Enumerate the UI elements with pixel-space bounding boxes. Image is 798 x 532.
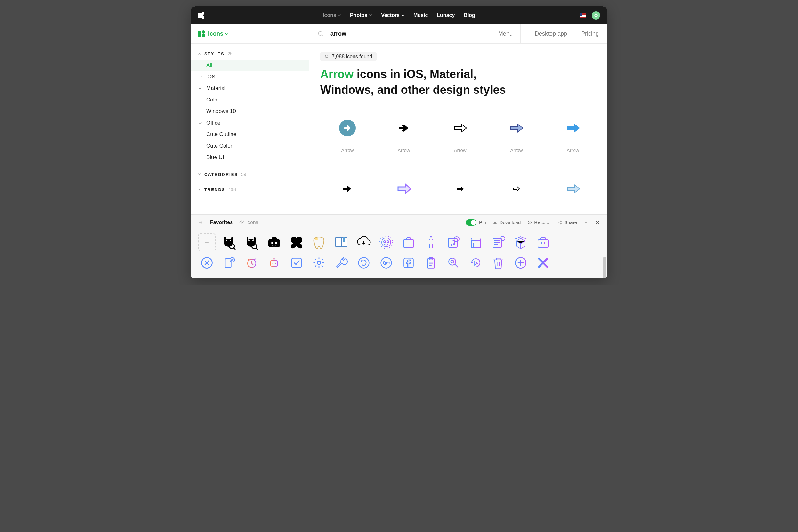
svg-rect-22 xyxy=(342,237,345,242)
app-logo-icon[interactable] xyxy=(198,13,203,18)
style-windows10[interactable]: Windows 10 xyxy=(191,106,309,117)
style-office[interactable]: Office xyxy=(191,117,309,129)
fav-news-alert-icon[interactable] xyxy=(489,233,507,251)
nav-blog[interactable]: Blog xyxy=(464,13,475,18)
style-all[interactable]: All xyxy=(191,59,309,71)
icon-card-arrow[interactable]: Arrow xyxy=(320,114,375,171)
svg-rect-36 xyxy=(493,239,501,247)
result-count: 7,088 icons found xyxy=(320,52,376,61)
fav-add-circle-icon[interactable] xyxy=(512,254,530,272)
fav-butterfly-icon[interactable] xyxy=(287,233,305,251)
topbar: Menu Desktop app Pricing xyxy=(309,24,607,43)
recolor-button[interactable]: Recolor xyxy=(527,220,551,225)
style-cute-outline[interactable]: Cute Outline xyxy=(191,129,309,140)
back-arrow-icon[interactable] xyxy=(198,220,204,225)
download-button[interactable]: Download xyxy=(493,220,521,225)
svg-point-33 xyxy=(453,244,455,245)
fav-person-icon[interactable] xyxy=(422,233,440,251)
fav-cancel-circle-icon[interactable] xyxy=(198,254,216,272)
svg-point-3 xyxy=(528,221,532,224)
fav-zoom-icon[interactable] xyxy=(444,254,462,272)
share-button[interactable]: Share xyxy=(557,220,577,225)
fav-briefcase-icon[interactable] xyxy=(400,233,417,251)
fav-cat-search-icon[interactable] xyxy=(243,233,261,251)
fav-toolbox-icon[interactable] xyxy=(534,233,552,251)
section-trends[interactable]: TRENDS 198 xyxy=(191,183,309,195)
pin-toggle[interactable]: Pin xyxy=(466,219,486,226)
fav-music-album-icon[interactable] xyxy=(444,233,462,251)
fav-wrench-icon[interactable] xyxy=(332,254,350,272)
svg-point-49 xyxy=(359,258,369,268)
fav-book-icon[interactable] xyxy=(332,233,350,251)
close-icon[interactable] xyxy=(595,220,600,225)
svg-point-1 xyxy=(326,55,328,58)
sidebar-header: Icons xyxy=(191,24,309,43)
fav-open-box-icon[interactable] xyxy=(512,233,530,251)
fav-trash-icon[interactable] xyxy=(489,254,507,272)
section-label: CATEGORIES xyxy=(204,172,238,177)
fav-device-check-icon[interactable] xyxy=(220,254,238,272)
icons8-logo-icon[interactable] xyxy=(198,31,205,37)
fav-sun-face-icon[interactable] xyxy=(377,233,395,251)
svg-rect-35 xyxy=(473,243,476,247)
hamburger-icon xyxy=(489,32,495,36)
style-cute-color[interactable]: Cute Color xyxy=(191,140,309,152)
fav-googleplus-icon[interactable] xyxy=(377,254,395,272)
svg-point-18 xyxy=(271,242,273,244)
fav-pinterest-icon[interactable] xyxy=(355,254,373,272)
chevron-down-icon xyxy=(199,121,202,125)
fav-gear-icon[interactable] xyxy=(310,254,328,272)
scrollbar[interactable] xyxy=(603,257,606,279)
arrow-right-flat-icon xyxy=(557,114,589,142)
fav-bot-icon[interactable] xyxy=(265,254,283,272)
section-styles[interactable]: STYLES 25 xyxy=(191,47,309,59)
panel-body: + xyxy=(191,230,607,279)
style-ios[interactable]: iOS xyxy=(191,71,309,82)
pricing-link[interactable]: Pricing xyxy=(574,31,599,37)
icon-card-arrow[interactable]: Arrow xyxy=(546,114,600,171)
style-blue-ui[interactable]: Blue UI xyxy=(191,152,309,163)
icon-label: Arrow xyxy=(397,148,410,153)
user-avatar[interactable]: O xyxy=(592,11,600,20)
fav-clipboard-icon[interactable] xyxy=(422,254,440,272)
nav-lunacy[interactable]: Lunacy xyxy=(437,13,455,18)
fav-facebook-icon[interactable] xyxy=(400,254,417,272)
titlebar: Icons Photos Vectors Music Lunacy Blog O xyxy=(191,6,607,24)
switch-on-icon xyxy=(466,219,477,226)
chevron-down-icon xyxy=(199,87,202,90)
search-input[interactable] xyxy=(331,31,465,37)
fav-refresh-play-icon[interactable] xyxy=(467,254,485,272)
fav-store-icon[interactable] xyxy=(467,233,485,251)
style-color[interactable]: Color xyxy=(191,94,309,106)
nav-photos[interactable]: Photos xyxy=(350,13,372,18)
flag-us-icon[interactable] xyxy=(580,13,586,18)
nav-music[interactable]: Music xyxy=(413,13,428,18)
svg-point-48 xyxy=(317,261,321,265)
fav-close-x-icon[interactable] xyxy=(534,254,552,272)
nav-vectors[interactable]: Vectors xyxy=(381,13,405,18)
sidebar-title[interactable]: Icons xyxy=(208,31,228,37)
fav-tooth-icon[interactable] xyxy=(310,233,328,251)
fav-cat-search-icon[interactable] xyxy=(220,233,238,251)
style-material[interactable]: Material xyxy=(191,82,309,94)
icon-card-arrow[interactable]: Arrow xyxy=(433,114,487,171)
add-favorite-button[interactable]: + xyxy=(198,233,216,251)
svg-rect-30 xyxy=(448,239,457,247)
chevron-up-icon[interactable] xyxy=(583,220,589,225)
panel-header: Favorites 44 icons Pin Download Recolor … xyxy=(191,215,607,230)
fav-camera-emoji-icon[interactable] xyxy=(265,233,283,251)
favorites-panel: Favorites 44 icons Pin Download Recolor … xyxy=(191,214,607,279)
svg-point-23 xyxy=(382,238,391,247)
fav-alarm-icon[interactable] xyxy=(243,254,261,272)
nav: Icons Photos Vectors Music Lunacy Blog xyxy=(323,13,475,18)
section-categories[interactable]: CATEGORIES 59 xyxy=(191,167,309,180)
menu-button[interactable]: Menu xyxy=(489,24,521,43)
desktop-app-link[interactable]: Desktop app xyxy=(527,31,567,37)
nav-icons[interactable]: Icons xyxy=(323,13,341,18)
arrow-circle-icon xyxy=(331,114,364,142)
chevron-down-icon xyxy=(401,14,405,16)
fav-checkbox-icon[interactable] xyxy=(287,254,305,272)
fav-cloud-download-icon[interactable] xyxy=(355,233,373,251)
icon-card-arrow[interactable]: Arrow xyxy=(376,114,431,171)
icon-card-arrow[interactable]: Arrow xyxy=(489,114,544,171)
